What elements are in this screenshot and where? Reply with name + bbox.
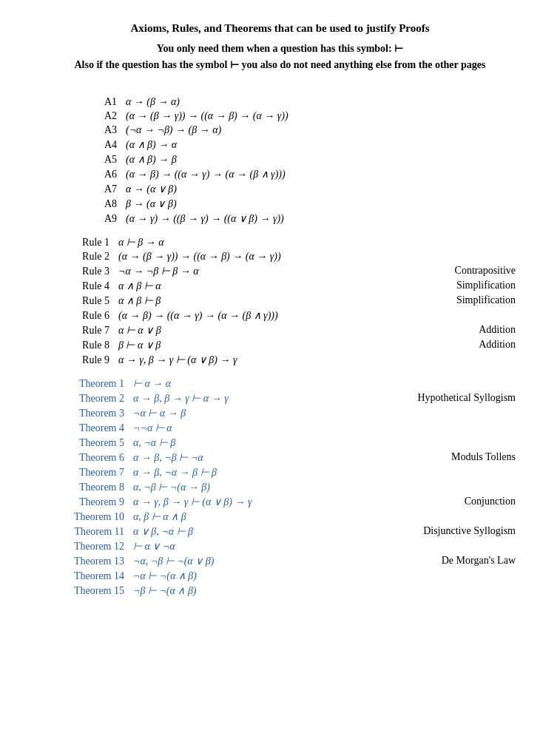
theorem-row: Theorem 5 α, ¬α ⊢ β	[44, 436, 516, 449]
rule-annotation: Addition	[479, 339, 516, 351]
theorem-label: Theorem 12	[44, 541, 133, 553]
theorem-annotation: Conjunction	[465, 496, 516, 507]
axiom-formula: (¬α → ¬β) → (β → α)	[126, 124, 516, 136]
theorem-row: Theorem 11 α ∨ β, ¬α ⊢ β Disjunctive Syl…	[44, 525, 516, 538]
rules-section: Rule 1 α ⊢ β → α Rule 2 (α → (β → γ)) → …	[44, 236, 516, 366]
axiom-row: A2 (α → (β → γ)) → ((α → β) → (α → γ))	[44, 110, 516, 122]
theorem-label: Theorem 1	[44, 378, 133, 390]
rule-annotation: Simplification	[456, 294, 516, 306]
content-area: A1 α → (β → α) A2 (α → (β → γ)) → ((α → …	[0, 96, 560, 597]
axiom-row: A8 β → (α ∨ β)	[44, 197, 516, 210]
axiom-label: A8	[44, 198, 126, 210]
axiom-formula: (α ∧ β) → α	[126, 138, 516, 151]
rule-row: Rule 6 (α → β) → ((α → γ) → (α → (β ∧ γ)…	[44, 309, 516, 322]
theorem-label: Theorem 13	[44, 556, 133, 567]
rule-row: Rule 4 α ∧ β ⊢ α Simplification	[44, 280, 516, 292]
theorem-formula: α, β ⊢ α ∧ β	[133, 510, 516, 523]
theorem-row: Theorem 1 ⊢ α → α	[44, 377, 516, 390]
page-title: Axioms, Rules, and Theorems that can be …	[0, 22, 560, 35]
theorem-row: Theorem 12 ⊢ α ∨ ¬α	[44, 540, 516, 553]
rule-label: Rule 1	[44, 237, 118, 249]
axiom-formula: β → (α ∨ β)	[126, 197, 516, 210]
theorem-formula: α → β, ¬α → β ⊢ β	[133, 466, 516, 479]
axiom-label: A9	[44, 213, 126, 225]
rule-label: Rule 7	[44, 325, 118, 337]
theorem-label: Theorem 4	[44, 422, 133, 434]
rule-annotation: Addition	[479, 324, 516, 336]
rule-row: Rule 3 ¬α → ¬β ⊢ β → α Contrapositive	[44, 265, 516, 277]
rule-row: Rule 8 β ⊢ α ∨ β Addition	[44, 339, 516, 351]
theorem-formula: ¬α ⊢ ¬(α ∧ β)	[133, 570, 516, 582]
theorem-row: Theorem 4 ¬¬α ⊢ α	[44, 422, 516, 434]
axiom-row: A7 α → (α ∨ β)	[44, 183, 516, 195]
theorem-formula: ¬¬α ⊢ α	[133, 422, 516, 434]
theorem-formula: ¬α ⊢ α → β	[133, 407, 516, 419]
theorem-label: Theorem 11	[44, 526, 133, 538]
axiom-row: A6 (α → β) → ((α → γ) → (α → (β ∧ γ)))	[44, 168, 516, 180]
theorem-label: Theorem 6	[44, 452, 133, 464]
rule-annotation: Contrapositive	[455, 265, 516, 277]
axiom-label: A3	[44, 124, 126, 136]
rule-label: Rule 5	[44, 295, 118, 307]
axiom-formula: (α → γ) → ((β → γ) → ((α ∨ β) → γ))	[126, 212, 516, 225]
theorem-label: Theorem 2	[44, 393, 133, 405]
rule-row: Rule 9 α → γ, β → γ ⊢ (α ∨ β) → γ	[44, 354, 516, 366]
axiom-label: A5	[44, 154, 126, 166]
theorem-label: Theorem 5	[44, 437, 133, 449]
rule-formula: β ⊢ α ∨ β	[118, 339, 516, 351]
theorem-row: Theorem 3 ¬α ⊢ α → β	[44, 407, 516, 419]
rule-formula: α ⊢ α ∨ β	[118, 324, 516, 337]
rule-label: Rule 8	[44, 340, 118, 351]
theorem-annotation: De Morgan's Law	[442, 555, 516, 567]
axiom-row: A4 (α ∧ β) → α	[44, 138, 516, 151]
theorem-label: Theorem 8	[44, 482, 133, 493]
rule-formula: α → γ, β → γ ⊢ (α ∨ β) → γ	[118, 354, 516, 366]
theorem-row: Theorem 2 α → β, β → γ ⊢ α → γ Hypotheti…	[44, 392, 516, 405]
theorem-annotation: Moduls Tollens	[451, 451, 516, 463]
rule-formula: (α → (β → γ)) → ((α → β) → (α → γ))	[118, 251, 516, 263]
axiom-label: A1	[44, 96, 126, 108]
axioms-section: A1 α → (β → α) A2 (α → (β → γ)) → ((α → …	[44, 96, 516, 225]
axiom-formula: α → (α ∨ β)	[126, 183, 516, 195]
rule-row: Rule 2 (α → (β → γ)) → ((α → β) → (α → γ…	[44, 251, 516, 263]
axiom-label: A4	[44, 139, 126, 151]
theorem-annotation: Disjunctive Syllogism	[423, 525, 516, 537]
theorem-row: Theorem 8 α, ¬β ⊢ ¬(α → β)	[44, 481, 516, 493]
axiom-row: A1 α → (β → α)	[44, 96, 516, 108]
theorem-label: Theorem 14	[44, 570, 133, 582]
subtitle: You only need them when a question has t…	[0, 41, 560, 74]
theorem-label: Theorem 10	[44, 511, 133, 523]
subtitle-line1: You only need them when a question has t…	[0, 41, 560, 57]
axiom-label: A6	[44, 169, 126, 180]
theorem-row: Theorem 15 ¬β ⊢ ¬(α ∧ β)	[44, 584, 516, 597]
rule-label: Rule 2	[44, 251, 118, 263]
axiom-label: A2	[44, 110, 126, 122]
theorem-formula: ⊢ α ∨ ¬α	[133, 540, 516, 553]
theorem-formula: ¬β ⊢ ¬(α ∧ β)	[133, 584, 516, 597]
rule-row: Rule 7 α ⊢ α ∨ β Addition	[44, 324, 516, 337]
rule-row: Rule 1 α ⊢ β → α	[44, 236, 516, 249]
theorem-row: Theorem 7 α → β, ¬α → β ⊢ β	[44, 466, 516, 479]
rule-formula: (α → β) → ((α → γ) → (α → (β ∧ γ)))	[118, 309, 516, 322]
rule-formula: α ⊢ β → α	[118, 236, 516, 249]
rule-label: Rule 6	[44, 310, 118, 322]
theorem-formula: α → γ, β → γ ⊢ (α ∨ β) → γ	[133, 496, 516, 508]
rule-row: Rule 5 α ∧ β ⊢ β Simplification	[44, 294, 516, 307]
theorem-row: Theorem 6 α → β, ¬β ⊢ ¬α Moduls Tollens	[44, 451, 516, 464]
axiom-row: A3 (¬α → ¬β) → (β → α)	[44, 124, 516, 136]
theorem-formula: α, ¬β ⊢ ¬(α → β)	[133, 481, 516, 493]
axiom-formula: (α ∧ β) → β	[126, 153, 516, 166]
axiom-row: A5 (α ∧ β) → β	[44, 153, 516, 166]
theorem-label: Theorem 3	[44, 408, 133, 419]
theorem-label: Theorem 7	[44, 467, 133, 479]
axiom-label: A7	[44, 183, 126, 195]
theorem-row: Theorem 13 ¬α, ¬β ⊢ ¬(α ∨ β) De Morgan's…	[44, 555, 516, 567]
theorem-annotation: Hypothetical Syllogism	[417, 392, 516, 404]
theorem-row: Theorem 10 α, β ⊢ α ∧ β	[44, 510, 516, 523]
rule-annotation: Simplification	[456, 280, 516, 291]
axiom-formula: (α → β) → ((α → γ) → (α → (β ∧ γ)))	[126, 168, 516, 180]
theorem-row: Theorem 14 ¬α ⊢ ¬(α ∧ β)	[44, 570, 516, 582]
rule-label: Rule 3	[44, 266, 118, 277]
theorem-label: Theorem 9	[44, 496, 133, 508]
axiom-formula: (α → (β → γ)) → ((α → β) → (α → γ))	[126, 110, 516, 122]
